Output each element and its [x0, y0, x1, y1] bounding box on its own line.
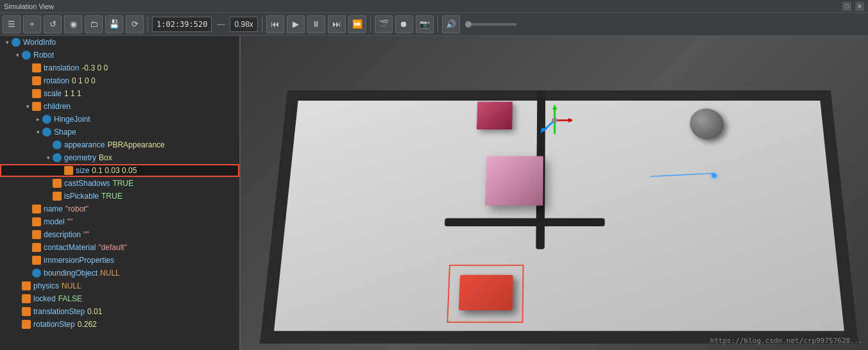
- tree-item-translationstep[interactable]: translationStep0.01: [0, 305, 239, 318]
- speaker-button[interactable]: 🔊: [442, 15, 460, 33]
- tree-item-geometry[interactable]: ▾geometryBox: [0, 151, 239, 164]
- node-icon-children: [32, 102, 41, 111]
- node-label-immersionprops: immersionProperties: [44, 256, 114, 265]
- node-icon-robot: [22, 51, 31, 60]
- tree-item-model[interactable]: model"": [0, 215, 239, 228]
- watermark: https://blog.csdn.net/crp99757628...: [710, 337, 863, 345]
- node-label-worldinfo: WorldInfo: [23, 38, 56, 47]
- node-label-castshadows: castShadows: [64, 179, 110, 188]
- tree-container: ▾WorldInfo▾Robot translation-0.3 0 0 rot…: [0, 36, 239, 331]
- fast-forward-button[interactable]: ⏩: [348, 15, 366, 33]
- node-label-scale: scale: [44, 89, 62, 98]
- close-button[interactable]: ✕: [855, 2, 864, 11]
- node-label-ispickable: isPickable: [64, 192, 99, 201]
- node-icon-worldinfo: [12, 38, 21, 47]
- refresh-button[interactable]: ⟳: [126, 15, 144, 33]
- node-icon-boundingobject: [32, 269, 41, 278]
- node-label-boundingobject: boundingObject: [44, 269, 98, 278]
- node-value-translationstep: 0.01: [87, 307, 102, 316]
- expand-arrow[interactable]: ▾: [33, 129, 42, 135]
- separator-1: [148, 17, 148, 32]
- node-icon-scale: [32, 89, 41, 98]
- tree-item-physics[interactable]: physicsNULL: [0, 279, 239, 292]
- node-value-ispickable: TRUE: [101, 192, 123, 201]
- toolbar: ☰ + ↺ ◉ 🗀 💾 ⟳ 1:02:39:520 — 0.98x ⏮ ▶ ⏸ …: [0, 13, 868, 36]
- expand-arrow[interactable]: ▾: [44, 154, 53, 161]
- tree-item-rotationstep[interactable]: rotationStep0.262: [0, 318, 239, 331]
- tree-item-size[interactable]: size0.1 0.03 0.05: [0, 164, 239, 177]
- tree-item-description[interactable]: description"": [0, 228, 239, 241]
- rewind-button[interactable]: ⏮: [266, 15, 284, 33]
- tree-item-translation[interactable]: translation-0.3 0 0: [0, 62, 239, 74]
- tree-item-worldinfo[interactable]: ▾WorldInfo: [0, 36, 239, 49]
- node-icon-castshadows: [53, 179, 62, 188]
- expand-arrow[interactable]: ▾: [13, 52, 22, 58]
- expand-arrow[interactable]: ▾: [23, 103, 32, 110]
- record-button[interactable]: ⏺: [395, 15, 413, 33]
- pause-button[interactable]: ⏸: [307, 15, 325, 33]
- play-button[interactable]: ▶: [287, 15, 305, 33]
- tree-item-ispickable[interactable]: isPickableTRUE: [0, 190, 239, 203]
- node-label-physics: physics: [33, 281, 59, 290]
- add-button[interactable]: +: [23, 15, 41, 33]
- node-icon-rotationstep: [22, 320, 31, 329]
- node-icon-geometry: [53, 153, 62, 162]
- tree-panel[interactable]: ▾WorldInfo▾Robot translation-0.3 0 0 rot…: [0, 36, 241, 350]
- node-value-rotation: 0 1 0 0: [72, 76, 96, 85]
- tree-item-scale[interactable]: scale1 1 1: [0, 87, 239, 100]
- expand-arrow[interactable]: ▾: [3, 39, 12, 46]
- separator-2: [262, 17, 262, 32]
- node-label-name: name: [44, 204, 63, 213]
- tree-item-name[interactable]: name"robot": [0, 203, 239, 215]
- tree-item-castshadows[interactable]: castShadowsTRUE: [0, 177, 239, 190]
- expand-arrow[interactable]: ▸: [33, 116, 42, 122]
- visible-button[interactable]: ◉: [64, 15, 82, 33]
- separator-4: [438, 17, 438, 32]
- tree-item-children[interactable]: ▾children: [0, 100, 239, 113]
- tree-item-shape[interactable]: ▾Shape: [0, 126, 239, 138]
- dark-red-cube: [476, 102, 512, 129]
- panel-toggle-button[interactable]: ☰: [3, 15, 21, 33]
- node-label-appearance: appearance: [64, 140, 105, 149]
- tree-item-robot[interactable]: ▾Robot: [0, 49, 239, 62]
- tree-item-rotation[interactable]: rotation0 1 0 0: [0, 74, 239, 87]
- view-panel[interactable]: https://blog.csdn.net/crp99757628...: [241, 36, 868, 350]
- window-title: Simulation View: [4, 3, 54, 10]
- node-icon-model: [32, 217, 41, 226]
- tree-item-locked[interactable]: lockedFALSE: [0, 292, 239, 305]
- node-value-locked: FALSE: [58, 294, 82, 303]
- film-button[interactable]: 🎬: [375, 15, 393, 33]
- save-button[interactable]: 💾: [105, 15, 123, 33]
- maximize-button[interactable]: □: [842, 2, 851, 11]
- node-label-contactmaterial: contactMaterial: [44, 243, 96, 252]
- tree-item-appearance[interactable]: appearancePBRAppearance: [0, 138, 239, 151]
- node-label-rotation: rotation: [44, 76, 69, 85]
- rotate-button[interactable]: ↺: [44, 15, 62, 33]
- node-icon-translation: [32, 63, 41, 72]
- node-value-boundingobject: NULL: [100, 269, 120, 278]
- node-label-rotationstep: rotationStep: [33, 320, 75, 329]
- node-value-translation: -0.3 0 0: [81, 63, 108, 72]
- node-label-translationstep: translationStep: [33, 307, 85, 316]
- svg-marker-1: [552, 104, 557, 110]
- svg-point-6: [552, 118, 557, 123]
- camera-button[interactable]: 📷: [416, 15, 434, 33]
- node-label-geometry: geometry: [64, 153, 96, 162]
- node-value-model: "": [67, 217, 73, 226]
- node-label-model: model: [44, 217, 65, 226]
- volume-slider[interactable]: [465, 23, 516, 26]
- tree-item-boundingobject[interactable]: boundingObjectNULL: [0, 267, 239, 279]
- node-value-castshadows: TRUE: [112, 179, 133, 188]
- title-bar: Simulation View □ ✕: [0, 0, 868, 13]
- node-icon-size: [64, 166, 73, 175]
- node-icon-hingejoint: [42, 115, 51, 124]
- step-forward-button[interactable]: ⏭: [328, 15, 346, 33]
- tree-item-immersionprops[interactable]: immersionProperties: [0, 254, 239, 267]
- time-display: 1:02:39:520: [152, 17, 212, 32]
- node-icon-appearance: [53, 140, 62, 149]
- node-value-scale: 1 1 1: [64, 89, 81, 98]
- tree-item-hingejoint[interactable]: ▸HingeJoint: [0, 113, 239, 126]
- node-label-shape: Shape: [54, 128, 76, 137]
- tree-item-contactmaterial[interactable]: contactMaterial"default": [0, 241, 239, 254]
- folder-button[interactable]: 🗀: [85, 15, 103, 33]
